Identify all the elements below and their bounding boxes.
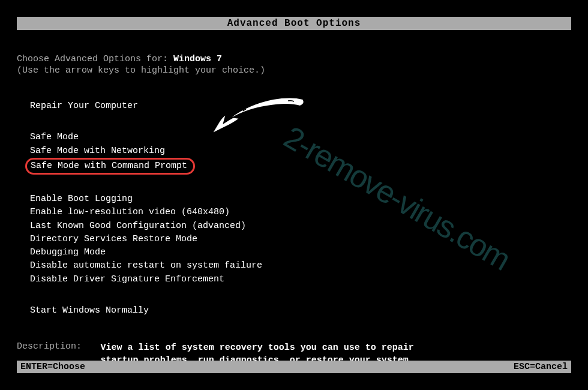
prompt-hint: (Use the arrow keys to highlight your ch… [17,65,571,76]
option-directory-services[interactable]: Directory Services Restore Mode [30,233,571,246]
selected-highlight: Safe Mode with Command Prompt [25,158,195,175]
description-label: Description: [17,341,95,352]
title-bar: Advanced Boot Options [17,17,571,30]
footer-esc: ESC=Cancel [514,362,568,372]
prompt-line: Choose Advanced Options for: Windows 7 [17,54,571,64]
option-repair-computer[interactable]: Repair Your Computer [30,100,571,113]
option-disable-driver-sig[interactable]: Disable Driver Signature Enforcement [30,273,571,286]
option-boot-logging[interactable]: Enable Boot Logging [30,193,571,206]
option-safe-mode-cmd[interactable]: Safe Mode with Command Prompt [30,158,571,175]
option-start-normally[interactable]: Start Windows Normally [30,304,571,317]
option-safe-mode[interactable]: Safe Mode [30,131,571,144]
option-disable-auto-restart[interactable]: Disable automatic restart on system fail… [30,259,571,272]
prompt-label: Choose Advanced Options for: [17,54,168,64]
footer-bar: ENTER=Choose ESC=Cancel [17,361,571,373]
footer-enter: ENTER=Choose [20,362,85,372]
option-safe-mode-networking[interactable]: Safe Mode with Networking [30,145,571,158]
option-last-known-good[interactable]: Last Known Good Configuration (advanced) [30,220,571,233]
prompt-os: Windows 7 [173,54,222,64]
option-debugging-mode[interactable]: Debugging Mode [30,246,571,259]
option-low-res-video[interactable]: Enable low-resolution video (640x480) [30,206,571,219]
